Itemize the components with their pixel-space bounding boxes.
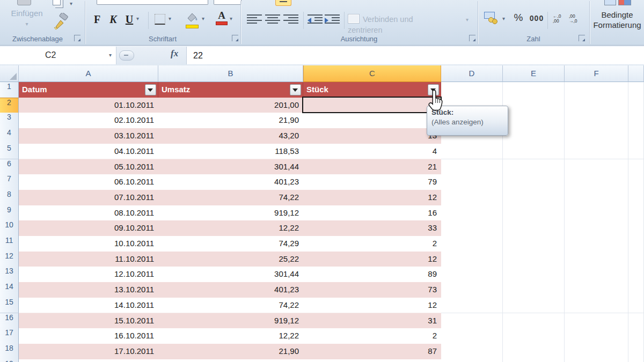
cell-A14[interactable]: 13.10.2011 [19,282,158,298]
cell-F17[interactable] [565,328,628,344]
row-header-12[interactable]: 12 [0,252,19,268]
row-header-15[interactable]: 15 [0,298,19,314]
cell-E12[interactable] [503,252,565,268]
cell-F3[interactable] [565,113,628,129]
cell-E11[interactable] [503,236,565,252]
fill-dropdown-icon[interactable]: ▾ [202,16,204,21]
select-all-corner[interactable] [0,65,19,82]
thousands-separator-button[interactable]: 000 [527,14,546,23]
cell-D17[interactable] [441,328,503,344]
cell-G17[interactable] [628,328,644,344]
cell-B16[interactable]: 919,12 [158,313,303,329]
cell-G14[interactable] [628,282,644,298]
cell-empty[interactable] [628,82,644,98]
row-header-2[interactable]: 2 [0,98,19,114]
cell-A8[interactable]: 07.10.2011 [19,190,158,206]
cell-A12[interactable]: 11.10.2011 [19,252,158,268]
cell-B10[interactable]: 12,22 [158,220,303,237]
increase-indent-button[interactable] [325,13,340,26]
cell-E13[interactable] [503,267,565,283]
underline-dropdown-icon[interactable]: ▾ [136,16,139,21]
font-dialog-launcher[interactable] [232,35,238,41]
cell-D16[interactable] [441,313,503,329]
border-button[interactable] [155,14,165,25]
cell-empty[interactable] [565,82,628,98]
row-header-6[interactable]: 6 [0,159,19,175]
row-header-13[interactable]: 13 [0,267,19,283]
align-center-button[interactable] [265,13,280,26]
fill-color-button[interactable] [186,12,199,27]
name-box[interactable]: C2 ▾ [0,47,116,64]
bold-button[interactable]: F [90,12,104,27]
cell-B3[interactable]: 21,90 [158,113,303,129]
cell-B17[interactable]: 12,22 [158,328,303,344]
cell-D15[interactable] [441,298,503,314]
font-name-combobox[interactable] [97,0,208,5]
cell-F16[interactable] [565,313,628,329]
format-painter-icon[interactable] [52,13,70,31]
row-header-14[interactable]: 14 [0,282,19,298]
cell-C5[interactable]: 4 [303,144,441,160]
cell-A10[interactable]: 09.10.2011 [19,220,158,237]
cell-D19[interactable] [441,359,503,362]
alignment-dialog-launcher[interactable] [469,35,475,41]
cell-B18[interactable]: 21,90 [158,344,303,360]
cell-E2[interactable] [503,98,565,114]
cell-D6[interactable] [441,159,503,175]
cell-A17[interactable]: 16.10.2011 [19,328,158,344]
cell-B5[interactable]: 118,53 [158,144,303,160]
cell-C8[interactable]: 12 [303,190,441,206]
column-header-F[interactable]: F [565,65,628,82]
row-header-9[interactable]: 9 [0,205,19,221]
merge-dropdown-icon[interactable]: ▾ [466,17,469,23]
cell-G9[interactable] [628,205,644,221]
cell-B8[interactable]: 74,22 [158,190,303,206]
row-header-4[interactable]: 4 [0,128,19,144]
cell-D5[interactable] [441,144,503,160]
cell-E8[interactable] [503,190,565,206]
cell-B9[interactable]: 919,12 [158,205,303,221]
row-header-8[interactable]: 8 [0,190,19,206]
cell-F19[interactable] [565,359,628,362]
cell-C14[interactable]: 73 [303,282,441,298]
row-header-3[interactable]: 3 [0,113,19,129]
formula-bar-splitter[interactable] [119,50,134,61]
cell-B2[interactable]: 201,00 [158,98,303,114]
cell-A11[interactable]: 10.10.2011 [19,236,158,252]
column-header-B[interactable]: B [158,65,303,82]
cell-F14[interactable] [565,282,628,298]
cell-C7[interactable]: 79 [303,174,441,190]
italic-button[interactable]: K [106,12,120,27]
row-header-7[interactable]: 7 [0,174,19,190]
cell-F15[interactable] [565,298,628,314]
cell-A6[interactable]: 05.10.2011 [19,159,158,175]
cell-C17[interactable]: 2 [303,328,441,344]
font-size-combobox[interactable] [214,0,241,5]
cell-G12[interactable] [628,252,644,268]
cell-D12[interactable] [441,252,503,268]
merge-center-button[interactable]: Verbinden und zentrieren [348,14,450,26]
cell-E5[interactable] [503,144,565,160]
cell-E16[interactable] [503,313,565,329]
cell-F4[interactable] [565,128,628,144]
cell-B6[interactable]: 301,44 [158,159,303,175]
filter-button-2[interactable] [290,84,301,95]
cell-F8[interactable] [565,190,628,206]
cell-A15[interactable]: 14.10.2011 [19,298,158,314]
cell-G7[interactable] [628,174,644,190]
cell-B11[interactable]: 74,29 [158,236,303,252]
cell-D11[interactable] [441,236,503,252]
number-dialog-launcher[interactable] [579,35,585,41]
cell-F5[interactable] [565,144,628,160]
cell-B13[interactable]: 301,44 [158,267,303,283]
cell-A18[interactable]: 17.10.2011 [19,344,158,360]
cell-F12[interactable] [565,252,628,268]
cell-E17[interactable] [503,328,565,344]
cell-E19[interactable] [503,359,565,362]
cell-A2[interactable]: 01.10.2011 [19,98,158,114]
cell-A3[interactable]: 02.10.2011 [19,113,158,129]
column-header-D[interactable]: D [441,65,503,82]
name-box-dropdown-icon[interactable]: ▾ [109,53,112,58]
font-color-dropdown-icon[interactable]: ▾ [230,16,232,21]
cell-D7[interactable] [441,174,503,190]
